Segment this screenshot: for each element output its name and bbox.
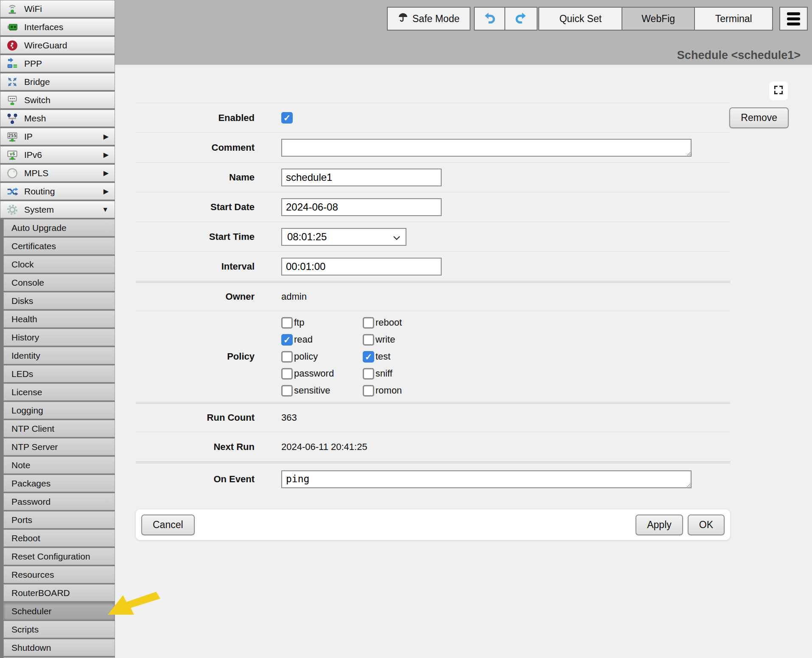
policy-checkbox-label: sensitive [294, 385, 330, 396]
sidebar-item-mpls[interactable]: MPLS▶ [0, 164, 115, 182]
apply-button[interactable]: Apply [636, 515, 683, 535]
sidebar-item-interfaces[interactable]: Interfaces [0, 18, 115, 36]
sidebar-item-wireguard[interactable]: WireGuard [0, 37, 115, 54]
checkbox-unchecked-icon: ✓ [363, 317, 374, 329]
policy-checkbox-label: reboot [375, 317, 402, 328]
wireguard-icon [6, 39, 19, 52]
start-date-input[interactable] [281, 198, 442, 216]
name-input[interactable] [281, 169, 442, 186]
run-count-label: Run Count [136, 412, 255, 423]
sidebar-item-label: Health [11, 314, 37, 324]
sidebar-item-shutdown[interactable]: Shutdown [3, 639, 115, 656]
policy-checkbox-read[interactable]: ✓read [281, 334, 363, 346]
policy-checkbox-romon[interactable]: ✓romon [363, 385, 444, 396]
sidebar-item-label: IP [24, 132, 33, 142]
tab-webfig[interactable]: WebFig [622, 8, 694, 30]
interfaces-icon [6, 20, 19, 34]
sidebar-item-reset-configuration[interactable]: Reset Configuration [3, 548, 115, 565]
sidebar-item-note[interactable]: Note [3, 456, 115, 474]
sidebar-item-logging[interactable]: Logging [3, 402, 115, 419]
sidebar-item-identity[interactable]: Identity [3, 347, 115, 364]
sidebar-item-ppp[interactable]: PPP [0, 55, 115, 72]
sidebar-item-routing[interactable]: Routing▶ [0, 183, 115, 200]
redo-button[interactable] [504, 8, 537, 30]
policy-checkbox-password[interactable]: ✓password [281, 368, 363, 380]
checkbox-checked-icon: ✓ [363, 351, 374, 363]
sidebar-item-scripts[interactable]: Scripts [3, 621, 115, 638]
start-date-label: Start Date [136, 202, 255, 213]
sidebar-item-ntp-server[interactable]: NTP Server [3, 438, 115, 456]
policy-checkbox-ftp[interactable]: ✓ftp [281, 317, 363, 329]
policy-grid: ✓ftp✓reboot✓read✓write✓policy✓test✓passw… [281, 317, 444, 396]
sidebar-item-label: Scripts [11, 624, 39, 635]
bridge-icon [6, 75, 19, 89]
sidebar-item-history[interactable]: History [3, 329, 115, 346]
safe-mode-button[interactable]: Safe Mode [388, 8, 470, 30]
sidebar-item-ports[interactable]: Ports [3, 511, 115, 529]
next-run-label: Next Run [136, 441, 255, 453]
view-tabs-group: Quick Set WebFig Terminal [538, 7, 773, 31]
mesh-icon [6, 112, 19, 125]
policy-checkbox-label: ftp [294, 317, 304, 328]
sidebar-item-packages[interactable]: Packages [3, 475, 115, 492]
sidebar-item-leds[interactable]: LEDs [3, 365, 115, 382]
policy-checkbox-reboot[interactable]: ✓reboot [363, 317, 444, 329]
owner-row: Owner admin [136, 281, 730, 311]
interval-label: Interval [136, 261, 255, 272]
sidebar-item-disks[interactable]: Disks [3, 292, 115, 309]
comment-input[interactable] [281, 139, 692, 157]
sidebar-item-health[interactable]: Health [3, 310, 115, 328]
sidebar-item-resources[interactable]: Resources [3, 566, 115, 583]
ppp-icon [6, 57, 19, 70]
safe-mode-group: Safe Mode [387, 7, 470, 31]
ok-button[interactable]: OK [688, 515, 725, 535]
sidebar-item-label: Reset Configuration [11, 551, 90, 562]
policy-checkbox-label: romon [375, 385, 402, 396]
tab-quick-set[interactable]: Quick Set [539, 8, 622, 30]
sidebar-item-wifi[interactable]: WiFi [0, 0, 115, 17]
sidebar-item-label: Resources [11, 570, 54, 580]
sidebar-item-routerboard[interactable]: RouterBOARD [3, 584, 115, 602]
sidebar-item-ipv6[interactable]: v6IPv6▶ [0, 146, 115, 163]
sidebar-item-license[interactable]: License [3, 383, 115, 401]
switch-icon [6, 93, 19, 107]
menu-icon[interactable] [780, 8, 807, 30]
sidebar-item-password[interactable]: Password [3, 493, 115, 510]
sidebar-item-label: Switch [24, 95, 50, 105]
sidebar-item-certificates[interactable]: Certificates [3, 237, 115, 255]
on-event-label: On Event [136, 474, 255, 485]
toolbar: Safe Mode Quick Set WebFig Terminal [387, 7, 808, 31]
interval-input[interactable] [281, 258, 442, 276]
sidebar-item-reboot[interactable]: Reboot [3, 529, 115, 547]
sidebar-item-console[interactable]: Console [3, 274, 115, 291]
cancel-button[interactable]: Cancel [141, 515, 195, 535]
sidebar-item-auto-upgrade[interactable]: Auto Upgrade [3, 219, 115, 236]
sidebar-item-label: LEDs [11, 369, 33, 379]
policy-checkbox-test[interactable]: ✓test [363, 351, 444, 363]
policy-checkbox-write[interactable]: ✓write [363, 334, 444, 346]
sidebar-item-switch[interactable]: Switch [0, 91, 115, 109]
checkbox-unchecked-icon: ✓ [281, 317, 293, 329]
policy-checkbox-sensitive[interactable]: ✓sensitive [281, 385, 363, 396]
sidebar-item-system[interactable]: System▼ [0, 201, 115, 218]
sidebar-item-label: WiFi [24, 4, 42, 14]
sidebar-item-label: License [11, 387, 42, 397]
sidebar-item-ip[interactable]: 255IP▶ [0, 128, 115, 145]
svg-text:255: 255 [8, 133, 16, 138]
tab-terminal[interactable]: Terminal [694, 8, 772, 30]
sidebar-item-clock[interactable]: Clock [3, 256, 115, 273]
sidebar-item-bridge[interactable]: Bridge [0, 73, 115, 90]
start-time-select[interactable]: 08:01:25 [281, 228, 406, 246]
sidebar-item-mesh[interactable]: Mesh [0, 110, 115, 127]
sidebar-item-scheduler[interactable]: Scheduler [3, 602, 115, 620]
policy-checkbox-policy[interactable]: ✓policy [281, 351, 363, 363]
run-count-row: Run Count 363 [136, 402, 730, 432]
enabled-checkbox[interactable]: ✓ [281, 112, 293, 124]
sidebar-item-ntp-client[interactable]: NTP Client [3, 420, 115, 437]
remove-button[interactable]: Remove [729, 107, 789, 128]
on-event-input[interactable] [281, 470, 692, 488]
undo-button[interactable] [475, 8, 504, 30]
chevron-right-icon: ▶ [104, 169, 109, 177]
policy-checkbox-sniff[interactable]: ✓sniff [363, 368, 444, 380]
fullscreen-button[interactable] [769, 82, 788, 100]
